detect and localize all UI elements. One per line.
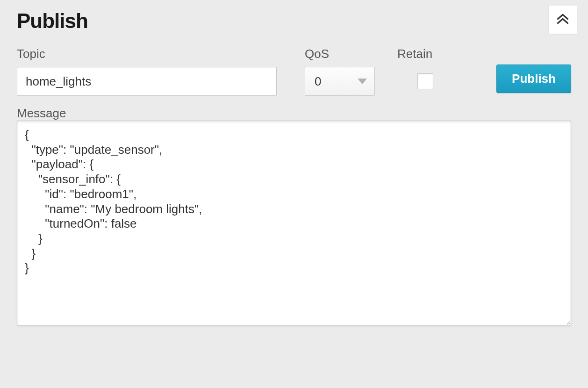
topic-label: Topic — [17, 47, 277, 61]
topic-input[interactable] — [17, 67, 277, 96]
publish-button-wrap: Publish — [496, 47, 571, 93]
qos-selected-value: 0 — [315, 74, 321, 89]
collapse-button[interactable] — [549, 6, 577, 34]
panel-title: Publish — [17, 9, 88, 33]
message-textarea[interactable] — [17, 121, 571, 325]
topic-field-group: Topic — [17, 47, 277, 96]
publish-panel: Publish Topic QoS 0 Retain P — [6, 6, 582, 382]
retain-field-group: Retain — [397, 47, 453, 96]
message-section: Message — [6, 96, 582, 327]
qos-label: QoS — [305, 47, 375, 61]
qos-select[interactable]: 0 — [305, 67, 375, 96]
form-row: Topic QoS 0 Retain Publish — [6, 34, 582, 96]
retain-checkbox-wrap — [397, 67, 453, 96]
qos-field-group: QoS 0 — [305, 47, 375, 96]
message-label: Message — [17, 106, 66, 120]
publish-button[interactable]: Publish — [496, 65, 571, 93]
double-chevron-up-icon — [554, 11, 571, 28]
panel-header: Publish — [6, 6, 582, 34]
retain-checkbox[interactable] — [417, 73, 433, 89]
retain-label: Retain — [397, 47, 453, 61]
chevron-down-icon — [358, 79, 367, 84]
